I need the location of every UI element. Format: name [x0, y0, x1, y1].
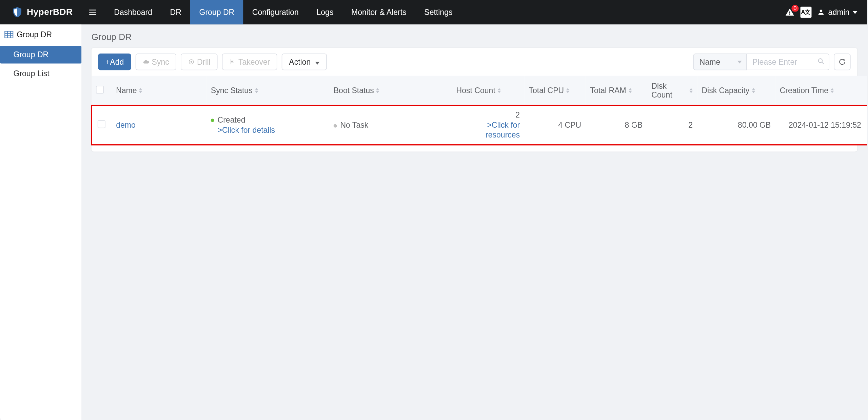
- topnav-configuration[interactable]: Configuration: [243, 0, 308, 24]
- alerts-button[interactable]: 0: [785, 7, 795, 17]
- topnav-group-dr[interactable]: Group DR: [190, 0, 243, 24]
- brand-name: HyperBDR: [27, 7, 73, 17]
- sync-status-text: Created: [218, 115, 245, 124]
- svg-point-3: [818, 59, 823, 63]
- add-button[interactable]: +Add: [98, 54, 131, 70]
- group-table: Name Sync Status Boot Status Host Count …: [92, 76, 867, 145]
- search-field-select[interactable]: Name: [693, 54, 747, 70]
- username: admin: [828, 8, 850, 17]
- select-all-checkbox[interactable]: [96, 86, 104, 93]
- target-icon: [188, 59, 195, 65]
- sidebar-item-group-dr[interactable]: Group DR: [0, 46, 81, 64]
- row-name-link[interactable]: demo: [116, 121, 136, 129]
- sync-details-link[interactable]: >Click for details: [211, 125, 325, 135]
- sync-button[interactable]: Sync: [136, 54, 176, 70]
- search-icon: [817, 57, 825, 65]
- chevron-down-icon: [315, 57, 320, 66]
- alert-count-badge: 0: [791, 5, 798, 12]
- svg-point-2: [191, 61, 192, 63]
- shield-icon: [11, 6, 23, 18]
- topnav-monitor-alerts[interactable]: Monitor & Alerts: [342, 0, 415, 24]
- status-dot-icon: [334, 124, 337, 127]
- total-cpu-text: 4 CPU: [524, 105, 586, 145]
- svg-rect-0: [5, 31, 13, 38]
- topbar: HyperBDR Dashboard DR Group DR Configura…: [0, 0, 867, 24]
- host-count-text: 2: [456, 110, 520, 120]
- toolbar: +Add Sync Drill Takeover Action: [92, 48, 857, 76]
- col-creation-time[interactable]: Creation Time: [780, 86, 834, 94]
- table-row[interactable]: demo Created >Click for details No Task: [92, 105, 867, 145]
- takeover-button[interactable]: Takeover: [222, 54, 277, 70]
- sidebar-section-title: Group DR: [0, 24, 81, 44]
- col-total-ram[interactable]: Total RAM: [590, 86, 632, 94]
- col-host-count[interactable]: Host Count: [456, 86, 501, 94]
- page-title: Group DR: [92, 32, 857, 42]
- status-dot-icon: [211, 119, 214, 122]
- sidebar: Group DR Group DR Group List: [0, 24, 81, 420]
- col-name[interactable]: Name: [116, 86, 142, 94]
- host-resources-link[interactable]: >Click for resources: [456, 120, 520, 140]
- disk-count-text: 2: [647, 105, 697, 145]
- action-dropdown[interactable]: Action: [282, 54, 327, 70]
- language-toggle[interactable]: A文: [800, 7, 811, 18]
- topnav-dr[interactable]: DR: [161, 0, 190, 24]
- col-disk-capacity[interactable]: Disk Capacity: [702, 86, 755, 94]
- topnav-dashboard[interactable]: Dashboard: [105, 0, 161, 24]
- col-total-cpu[interactable]: Total CPU: [529, 86, 569, 94]
- creation-time-text: 2024-01-12 15:19:52: [775, 105, 867, 145]
- grid-icon: [4, 30, 13, 38]
- drill-button[interactable]: Drill: [181, 54, 218, 70]
- disk-capacity-text: 80.00 GB: [697, 105, 775, 145]
- col-disk-count[interactable]: Disk Count: [651, 81, 693, 99]
- flag-icon: [230, 59, 236, 65]
- topnav-logs[interactable]: Logs: [308, 0, 342, 24]
- row-checkbox[interactable]: [98, 120, 105, 128]
- col-boot-status[interactable]: Boot Status: [334, 86, 380, 94]
- menu-toggle[interactable]: [81, 0, 105, 24]
- user-icon: [817, 8, 825, 16]
- refresh-icon: [838, 58, 846, 66]
- sidebar-item-group-list[interactable]: Group List: [0, 65, 81, 83]
- user-menu[interactable]: admin: [817, 8, 857, 17]
- boot-status-text: No Task: [340, 121, 368, 129]
- refresh-button[interactable]: [834, 54, 850, 70]
- total-ram-text: 8 GB: [586, 105, 647, 145]
- brand: HyperBDR: [0, 6, 81, 18]
- cloud-icon: [143, 59, 150, 65]
- chevron-down-icon: [737, 61, 742, 63]
- topnav-settings[interactable]: Settings: [415, 0, 461, 24]
- hamburger-icon: [88, 8, 97, 17]
- topnav: Dashboard DR Group DR Configuration Logs…: [105, 0, 461, 24]
- col-sync-status[interactable]: Sync Status: [211, 86, 258, 94]
- chevron-down-icon: [853, 11, 857, 14]
